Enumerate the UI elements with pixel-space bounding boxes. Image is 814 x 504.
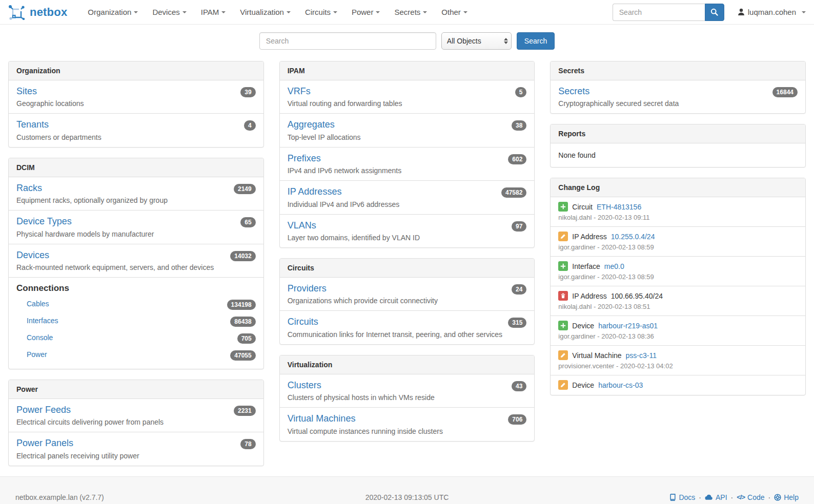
device-types-count-badge: 65 <box>240 217 255 227</box>
list-item-providers: Providers24Organizations which provide c… <box>280 278 535 310</box>
nav-item-ipam[interactable]: IPAM <box>194 8 233 16</box>
power-link[interactable]: Power <box>27 350 47 359</box>
list-item-aggregates: Aggregates38Top-level IP allocations <box>280 113 535 146</box>
nav-item-secrets[interactable]: Secrets <box>387 8 434 16</box>
interfaces-link[interactable]: Interfaces <box>27 317 58 325</box>
changelog-entry: IP Address100.66.95.40/24nikolaj.dahl - … <box>551 286 805 316</box>
list-item-description: Electrical circuits delivering power fro… <box>16 418 256 426</box>
search-scope-select[interactable]: All Objects <box>441 32 512 50</box>
footer-link-label: Docs <box>679 493 695 501</box>
caret-down-icon <box>287 11 291 13</box>
changelog-object-link[interactable]: harbour-r219-as01 <box>598 322 658 330</box>
list-item-top: Aggregates38 <box>288 119 527 131</box>
providers-link[interactable]: Providers <box>288 283 327 295</box>
list-item-top: IP Addresses47582 <box>288 186 527 198</box>
circuits-link[interactable]: Circuits <box>288 316 318 328</box>
changelog-object-type: Device <box>572 381 594 389</box>
navbar-search-button[interactable] <box>705 4 724 21</box>
pencil-icon <box>558 380 568 390</box>
list-item-description: Rack-mounted network equipment, servers,… <box>16 263 256 271</box>
virtual-machines-link[interactable]: Virtual Machines <box>288 413 356 425</box>
global-search-input[interactable] <box>259 32 436 50</box>
list-item-description: Virtual routing and forwarding tables <box>288 99 527 108</box>
list-item-description: Individual IPv4 and IPv6 addresses <box>288 200 527 208</box>
footer-link-api[interactable]: API <box>705 493 727 501</box>
changelog-object-link[interactable]: ETH-4813156 <box>597 203 641 211</box>
panel-header-change-log: Change Log <box>551 178 805 197</box>
device-types-link[interactable]: Device Types <box>16 216 72 227</box>
list-item-top: Tenants4 <box>16 119 256 131</box>
dashboard-columns: OrganizationSites39Geographic locationsT… <box>0 61 814 476</box>
racks-link[interactable]: Racks <box>16 182 42 194</box>
vlans-count-badge: 97 <box>512 221 526 232</box>
nav-item-devices[interactable]: Devices <box>145 8 193 16</box>
list-item-racks: Racks2149Equipment racks, optionally org… <box>9 177 263 210</box>
nav-item-virtualization[interactable]: Virtualization <box>233 8 298 16</box>
changelog-meta: igor.gardiner - 2020-02-13 08:59 <box>558 273 798 281</box>
tenants-link[interactable]: Tenants <box>16 119 49 131</box>
list-item-top: Prefixes602 <box>288 153 527 164</box>
list-item-top: Devices14032 <box>16 249 256 261</box>
nav-item-circuits[interactable]: Circuits <box>298 8 344 16</box>
caret-down-icon <box>134 11 138 13</box>
changelog-object-type: Interface <box>572 262 600 270</box>
cables-link[interactable]: Cables <box>27 300 49 308</box>
caret-down-icon <box>463 11 467 13</box>
changelog-entry: CircuitETH-4813156nikolaj.dahl - 2020-02… <box>551 197 805 226</box>
nav-item-power[interactable]: Power <box>344 8 388 16</box>
footer-link-label: Code <box>747 493 764 501</box>
cables-count-badge: 134198 <box>227 300 256 310</box>
sub-row-console: Console705 <box>16 329 256 346</box>
changelog-object-link[interactable]: harbour-cs-03 <box>598 381 643 389</box>
list-item-top: Racks2149 <box>16 182 256 194</box>
list-item-top: Circuits315 <box>288 316 527 328</box>
list-item-description: Equipment racks, optionally organized by… <box>16 196 256 204</box>
clusters-link[interactable]: Clusters <box>288 380 321 391</box>
nav-item-organization[interactable]: Organization <box>80 8 145 16</box>
list-item-vrfs: VRFs5Virtual routing and forwarding tabl… <box>280 80 535 113</box>
global-search-button[interactable]: Search <box>517 32 555 50</box>
list-item-description: Top-level IP allocations <box>288 133 527 141</box>
secrets-link[interactable]: Secrets <box>558 86 589 97</box>
footer-link-help[interactable]: Help <box>774 493 799 501</box>
vrfs-link[interactable]: VRFs <box>288 86 311 97</box>
changelog-meta: nikolaj.dahl - 2020-02-13 08:51 <box>558 303 798 310</box>
list-item-description: Layer two domains, identified by VLAN ID <box>288 234 527 242</box>
prefixes-link[interactable]: Prefixes <box>288 153 321 164</box>
list-item-description: Virtual compute instances running inside… <box>288 427 527 435</box>
sites-link[interactable]: Sites <box>16 86 37 97</box>
sub-row-power: Power47055 <box>16 346 256 363</box>
nav-item-label: Other <box>441 8 461 16</box>
user-menu[interactable]: luqman.cohen <box>738 8 806 16</box>
power-panels-link[interactable]: Power Panels <box>16 437 73 449</box>
changelog-object-link[interactable]: me0.0 <box>604 262 624 270</box>
changelog-object-name: 100.66.95.40/24 <box>611 292 663 300</box>
changelog-object-link[interactable]: pss-c3-11 <box>626 351 657 360</box>
footer-link-label: Help <box>784 493 799 501</box>
panel-ipam: IPAMVRFs5Virtual routing and forwarding … <box>279 61 535 248</box>
providers-count-badge: 24 <box>512 284 526 295</box>
vlans-link[interactable]: VLANs <box>288 220 316 232</box>
list-item-description: Communication links for Internet transit… <box>288 330 527 339</box>
list-item-prefixes: Prefixes602IPv4 and IPv6 network assignm… <box>280 147 535 180</box>
netbox-brand-link[interactable]: netbox <box>8 5 67 20</box>
nav-item-other[interactable]: Other <box>434 8 475 16</box>
devices-link[interactable]: Devices <box>16 249 49 261</box>
navbar-search-input[interactable] <box>613 4 705 21</box>
console-link[interactable]: Console <box>27 333 53 342</box>
aggregates-link[interactable]: Aggregates <box>288 119 335 131</box>
changelog-meta: provisioner.vcenter - 2020-02-13 04:02 <box>558 362 798 370</box>
list-item-description: Clusters of physical hosts in which VMs … <box>288 393 527 402</box>
plus-icon <box>558 321 568 330</box>
panel-header-ipam: IPAM <box>280 61 535 80</box>
plus-icon <box>558 202 568 212</box>
power-feeds-link[interactable]: Power Feeds <box>16 404 71 416</box>
footer-link-code[interactable]: </>Code <box>737 493 764 501</box>
changelog-object-type: Circuit <box>572 203 593 211</box>
changelog-object-link[interactable]: 10.255.0.4/24 <box>611 233 655 241</box>
ip-addresses-link[interactable]: IP Addresses <box>288 186 342 198</box>
list-item-top: VLANs97 <box>288 220 527 232</box>
footer-link-docs[interactable]: Docs <box>669 493 695 501</box>
netbox-logo <box>8 5 26 20</box>
panel-header-dcim: DCIM <box>9 158 263 177</box>
